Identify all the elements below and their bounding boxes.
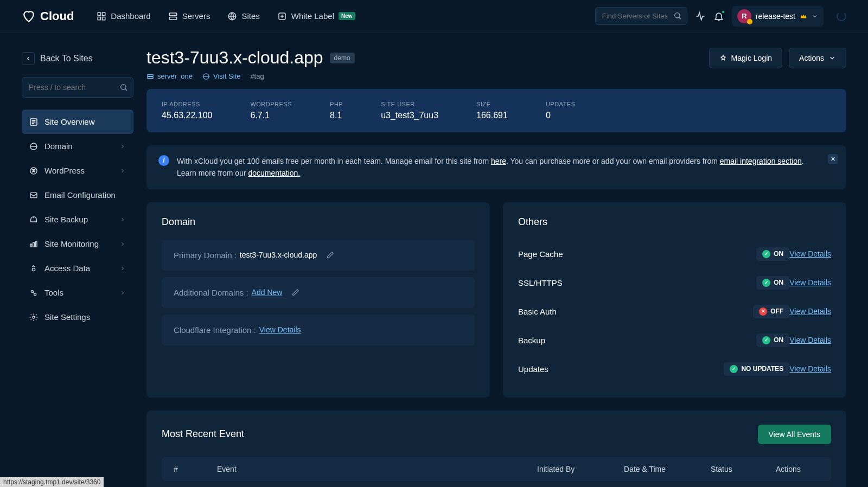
menu-icon — [29, 215, 38, 224]
chevron-down-icon — [828, 54, 836, 62]
svg-rect-5 — [169, 17, 177, 20]
others-row-basic-auth: Basic Auth✕OFFView Details — [518, 297, 831, 326]
nav-sites[interactable]: Sites — [221, 7, 266, 25]
stat-size: SIZE166.691 — [476, 101, 508, 120]
crown-icon — [800, 12, 807, 20]
actions-dropdown[interactable]: Actions — [789, 48, 846, 68]
sidebar-search[interactable] — [22, 77, 133, 98]
primary-domain-row: Primary Domain : test3-7uu3.x-cloud.app — [162, 240, 475, 271]
alert-integration-link[interactable]: email integration section — [720, 157, 802, 165]
stat-updates: UPDATES0 — [546, 101, 576, 120]
svg-rect-13 — [30, 193, 37, 197]
logo-icon — [22, 9, 36, 23]
back-to-sites[interactable]: Back To Sites — [22, 52, 133, 65]
menu-icon — [29, 240, 38, 248]
chevron-right-icon — [119, 216, 126, 223]
additional-domains-row: Additional Domains : Add New — [162, 277, 475, 308]
avatar: R — [737, 9, 751, 23]
close-alert-button[interactable]: ✕ — [828, 154, 838, 164]
svg-rect-3 — [103, 17, 105, 20]
global-search[interactable] — [595, 7, 687, 25]
menu-icon — [29, 118, 38, 126]
svg-rect-21 — [148, 74, 154, 76]
cloudflare-details-link[interactable]: View Details — [259, 325, 301, 334]
view-details-link[interactable]: View Details — [789, 278, 831, 287]
sidebar-search-input[interactable] — [22, 77, 133, 98]
tag-link[interactable]: #tag — [250, 72, 264, 80]
view-details-link[interactable]: View Details — [789, 249, 831, 258]
svg-point-8 — [675, 13, 680, 18]
tag-icon — [277, 11, 287, 21]
others-card-title: Others — [518, 216, 831, 228]
svg-rect-2 — [98, 17, 101, 20]
view-details-link[interactable]: View Details — [789, 364, 831, 373]
visit-site-link[interactable]: Visit Site — [202, 72, 240, 80]
menu-icon — [29, 289, 38, 297]
edit-icon[interactable] — [292, 289, 299, 296]
sidebar-item-tools[interactable]: Tools — [22, 280, 133, 305]
events-title: Most Recent Event — [162, 428, 244, 440]
logo-text: Cloud — [40, 9, 74, 23]
nav-servers[interactable]: Servers — [162, 7, 217, 25]
magic-login-button[interactable]: Magic Login — [709, 48, 783, 68]
menu-icon — [29, 142, 38, 151]
menu-icon — [29, 166, 38, 175]
notification-dot — [721, 10, 725, 14]
others-row-updates: Updates✓NO UPDATESView Details — [518, 355, 831, 383]
others-row-backup: Backup✓ONView Details — [518, 326, 831, 355]
events-card: Most Recent Event View All Events # Even… — [146, 411, 846, 487]
server-icon — [146, 73, 154, 80]
others-row-ssl-https: SSL/HTTPS✓ONView Details — [518, 268, 831, 297]
info-alert: i With xCloud you get 100 emails free pe… — [146, 145, 846, 189]
status-pill: ✓ON — [756, 276, 789, 290]
sidebar-item-wordpress[interactable]: WordPress — [22, 158, 133, 183]
domain-card: Domain Primary Domain : test3-7uu3.x-clo… — [146, 202, 490, 398]
chevron-right-icon — [119, 290, 126, 296]
svg-rect-0 — [98, 12, 101, 15]
logo[interactable]: Cloud — [22, 9, 74, 23]
menu-icon — [29, 313, 38, 322]
view-all-events-button[interactable]: View All Events — [758, 425, 831, 444]
sidebar-item-site-monitoring[interactable]: Site Monitoring — [22, 232, 133, 256]
server-link[interactable]: server_one — [146, 72, 193, 80]
svg-point-17 — [32, 268, 35, 271]
add-new-domain-link[interactable]: Add New — [252, 288, 283, 297]
svg-point-20 — [33, 316, 35, 318]
events-table-header: # Event Initiated By Date & Time Status … — [162, 457, 831, 481]
search-icon — [119, 83, 128, 92]
svg-rect-16 — [35, 241, 37, 247]
view-details-link[interactable]: View Details — [789, 336, 831, 344]
bell-icon[interactable] — [713, 11, 724, 22]
stats-bar: IP ADDRESS45.63.22.100WORDPRESS6.7.1PHP8… — [146, 89, 846, 132]
sidebar-item-access-data[interactable]: Access Data — [22, 256, 133, 280]
sidebar-item-site-overview[interactable]: Site Overview — [22, 110, 133, 134]
alert-doc-link[interactable]: documentation. — [248, 169, 301, 177]
alert-text: With xCloud you get 100 emails free per … — [177, 155, 834, 180]
cloudflare-row: Cloudflare Integration : View Details — [162, 315, 475, 345]
alert-here-link[interactable]: here — [491, 157, 506, 165]
nav-dashboard[interactable]: Dashboard — [90, 7, 157, 25]
chevron-right-icon — [119, 241, 126, 247]
chevron-right-icon — [119, 168, 126, 174]
menu-icon — [29, 264, 38, 273]
svg-rect-15 — [33, 242, 35, 247]
svg-rect-14 — [30, 244, 32, 247]
stat-site-user: SITE USERu3_test3_7uu3 — [381, 101, 438, 120]
info-icon: i — [158, 155, 169, 166]
sidebar-item-domain[interactable]: Domain — [22, 134, 133, 158]
globe-icon — [227, 11, 237, 21]
chevron-right-icon — [119, 265, 126, 272]
chevron-down-icon — [812, 13, 818, 20]
svg-rect-1 — [103, 12, 105, 15]
sidebar-item-email-configuration[interactable]: Email Configuration — [22, 183, 133, 207]
edit-icon[interactable] — [327, 251, 334, 259]
servers-icon — [168, 11, 178, 21]
view-details-link[interactable]: View Details — [789, 307, 831, 316]
sidebar-item-site-settings[interactable]: Site Settings — [22, 305, 133, 329]
sidebar-item-site-backup[interactable]: Site Backup — [22, 207, 133, 232]
user-menu[interactable]: R release-test — [732, 6, 824, 27]
chevron-right-icon — [119, 143, 126, 150]
activity-icon[interactable] — [695, 11, 706, 22]
demo-badge: demo — [330, 53, 355, 63]
nav-white-label[interactable]: White Label New — [271, 7, 362, 25]
